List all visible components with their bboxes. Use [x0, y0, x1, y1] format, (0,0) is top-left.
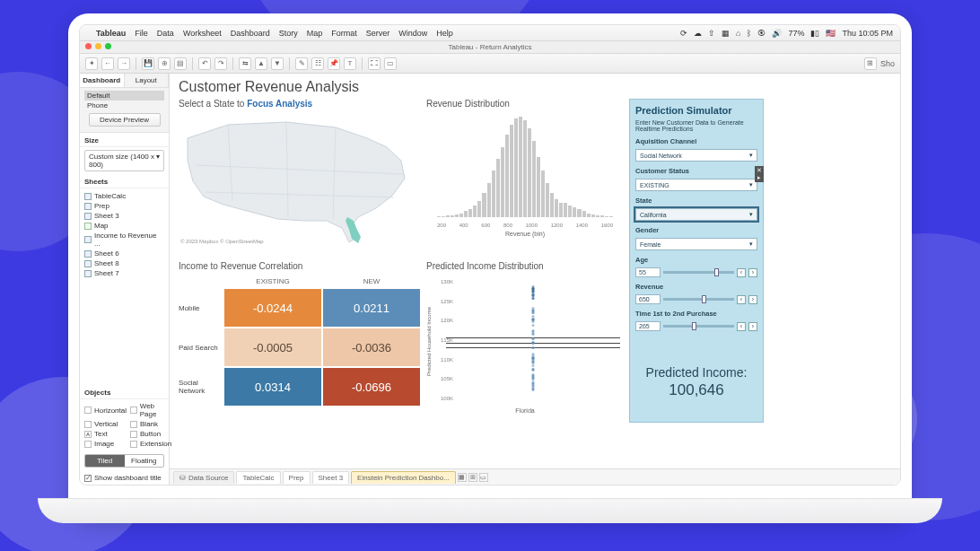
tiled-floating-toggle[interactable]: Tiled Floating: [84, 454, 164, 468]
sort-desc-icon[interactable]: ▼: [271, 57, 284, 70]
presentation-icon[interactable]: ▭: [384, 57, 397, 70]
sheet-item[interactable]: Map: [84, 221, 164, 231]
dotplot-card[interactable]: Predicted Income Distribution Predicted …: [426, 261, 624, 423]
status-icon[interactable]: ⟳: [680, 29, 687, 38]
pin-icon[interactable]: 📌: [328, 57, 340, 70]
forward-icon[interactable]: →: [118, 57, 130, 70]
heatmap-card[interactable]: Income to Revenue Correlation EXISTINGNE…: [179, 261, 421, 423]
panel-handle-icon[interactable]: ✕▸: [755, 166, 764, 182]
zoom-icon[interactable]: [105, 43, 111, 49]
decrement-icon[interactable]: ‹: [737, 322, 746, 331]
sheet-item[interactable]: Sheet 3: [84, 211, 164, 221]
object-extension[interactable]: Extension: [130, 440, 171, 448]
decrement-icon[interactable]: ‹: [737, 268, 746, 277]
menu-story[interactable]: Story: [279, 29, 298, 38]
panel-tab-dashboard[interactable]: Dashboard: [80, 74, 125, 87]
panel-tab-layout[interactable]: Layout: [125, 74, 170, 87]
us-map[interactable]: © 2023 Mapbox © OpenStreetMap: [179, 111, 421, 246]
state-dropdown[interactable]: California▾: [635, 208, 757, 221]
undo-icon[interactable]: ↶: [198, 57, 211, 70]
menu-map[interactable]: Map: [307, 29, 323, 38]
menu-file[interactable]: File: [135, 29, 148, 38]
increment-icon[interactable]: ›: [748, 295, 757, 304]
new-worksheet-icon[interactable]: ▦: [458, 473, 467, 482]
dotplot-chart[interactable]: Predicted Household Income 130K125K120K1…: [426, 274, 624, 417]
increment-icon[interactable]: ›: [748, 268, 757, 277]
group-icon[interactable]: ☷: [311, 57, 324, 70]
gender-dropdown[interactable]: Female▾: [635, 238, 757, 250]
sheet-tab[interactable]: Sheet 3: [312, 471, 350, 484]
cloud-icon[interactable]: ☁: [694, 29, 702, 38]
tableau-logo-icon[interactable]: ✦: [85, 57, 98, 70]
sheet-item[interactable]: Income to Revenue ...: [84, 231, 164, 249]
revenue-slider[interactable]: 650 ‹ ›: [635, 294, 757, 304]
time-slider[interactable]: 265 ‹ ›: [635, 321, 757, 331]
menu-help[interactable]: Help: [436, 29, 453, 38]
minimize-icon[interactable]: [95, 43, 101, 49]
sort-asc-icon[interactable]: ▲: [255, 57, 267, 70]
sheet-tab[interactable]: TableCalc: [236, 471, 280, 484]
object-image[interactable]: Image: [84, 440, 127, 448]
grid-icon[interactable]: ▦: [722, 29, 730, 38]
new-sheet-icon[interactable]: ▤: [174, 57, 187, 70]
clock[interactable]: Thu 10:05 PM: [842, 29, 893, 38]
upload-icon[interactable]: ⇧: [708, 29, 715, 38]
sheet-item[interactable]: TableCalc: [84, 191, 164, 201]
redo-icon[interactable]: ↷: [214, 57, 227, 70]
bluetooth-icon[interactable]: ᛒ: [747, 29, 751, 38]
decrement-icon[interactable]: ‹: [737, 295, 746, 304]
sheet-tab[interactable]: Prep: [283, 471, 311, 484]
device-preview-button[interactable]: Device Preview: [89, 113, 161, 127]
sheet-item[interactable]: Sheet 6: [84, 249, 164, 258]
device-default[interactable]: Default: [84, 91, 164, 101]
menu-dashboard[interactable]: Dashboard: [231, 29, 270, 38]
close-icon[interactable]: [85, 43, 92, 49]
age-slider[interactable]: 55 ‹ ›: [635, 267, 757, 277]
histogram-chart[interactable]: 2004006008001000120014001600 Revenue (bi…: [426, 111, 624, 237]
map-card[interactable]: Select a State to Focus Analysis: [179, 99, 421, 256]
menu-data[interactable]: Data: [157, 29, 174, 38]
flag-icon[interactable]: 🇺🇸: [826, 29, 836, 38]
tv-icon[interactable]: ⌂: [736, 29, 740, 38]
sheet-item[interactable]: Prep: [84, 201, 164, 211]
tiled-option[interactable]: Tiled: [85, 455, 125, 467]
show-me-icon[interactable]: ⊞: [864, 57, 877, 70]
swap-icon[interactable]: ⇆: [239, 57, 251, 70]
menu-format[interactable]: Format: [331, 29, 357, 38]
size-dropdown[interactable]: Custom size (1400 x 800) ▾: [84, 150, 164, 171]
increment-icon[interactable]: ›: [748, 322, 757, 331]
app-name[interactable]: Tableau: [96, 29, 126, 38]
data-source-tab[interactable]: ⛁ Data Source: [173, 471, 234, 484]
object-button[interactable]: Button: [130, 430, 171, 438]
object-webpage[interactable]: Web Page: [130, 402, 171, 418]
show-title-checkbox[interactable]: Show dashboard title: [80, 471, 169, 485]
aq-dropdown[interactable]: Social Network▾: [635, 149, 757, 162]
back-icon[interactable]: ←: [101, 57, 114, 70]
fit-icon[interactable]: ⛶: [368, 57, 381, 70]
save-icon[interactable]: 💾: [142, 57, 154, 70]
sheet-item[interactable]: Sheet 7: [84, 268, 164, 278]
sheet-item[interactable]: Sheet 8: [84, 258, 164, 268]
heatmap-grid[interactable]: EXISTINGNEWMobile-0.02440.0211Paid Searc…: [179, 274, 421, 407]
cs-dropdown[interactable]: EXISTING▾: [635, 179, 757, 191]
device-phone[interactable]: Phone: [84, 101, 164, 110]
histogram-card[interactable]: Revenue Distribution 2004006008001000120…: [426, 99, 624, 256]
label-icon[interactable]: T: [344, 57, 356, 70]
menu-worksheet[interactable]: Worksheet: [183, 29, 222, 38]
sheet-tab-active[interactable]: Einstein Prediction Dashbo...: [351, 471, 456, 484]
object-vertical[interactable]: Vertical: [84, 420, 127, 428]
object-blank[interactable]: Blank: [130, 420, 171, 428]
wifi-icon[interactable]: ⦿: [757, 29, 766, 38]
floating-option[interactable]: Floating: [125, 455, 164, 467]
show-me-label[interactable]: Sho: [880, 59, 895, 68]
menu-server[interactable]: Server: [366, 29, 390, 38]
new-data-icon[interactable]: ⊕: [158, 57, 171, 70]
highlight-icon[interactable]: ✎: [295, 57, 308, 70]
object-horizontal[interactable]: Horizontal: [84, 402, 127, 418]
new-story-icon[interactable]: ▭: [479, 473, 488, 482]
new-dashboard-icon[interactable]: ⊞: [468, 473, 477, 482]
window-traffic-lights[interactable]: [85, 43, 111, 49]
volume-icon[interactable]: 🔊: [772, 29, 782, 38]
menu-window[interactable]: Window: [398, 29, 427, 38]
object-text[interactable]: AText: [84, 430, 127, 438]
